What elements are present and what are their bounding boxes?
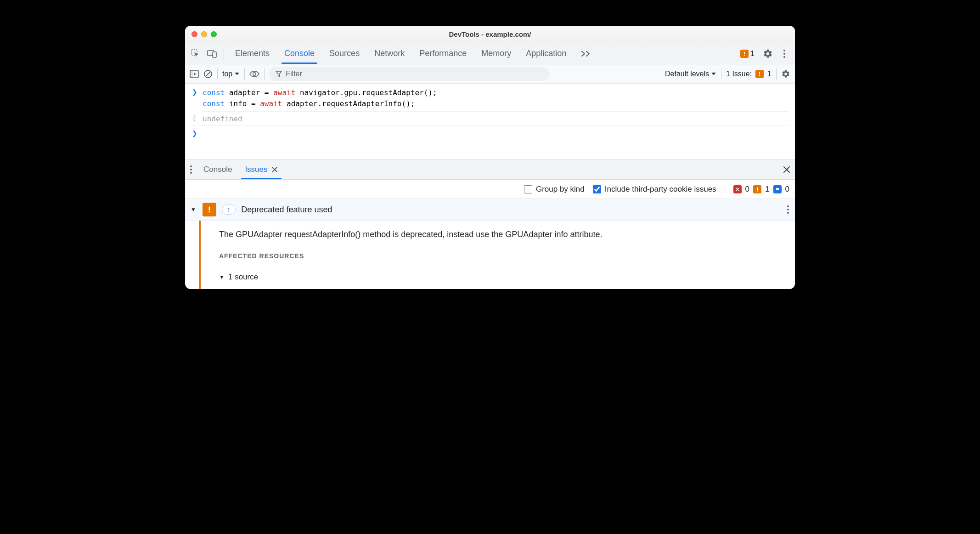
svg-point-12 [253,72,256,75]
filter-placeholder: Filter [286,70,302,78]
affected-resources-label: AFFECTED RESOURCES [219,252,602,260]
close-drawer-icon[interactable] [783,166,790,173]
warning-icon [753,185,761,193]
issues-link[interactable]: 1 Issue: 1 [726,70,772,78]
svg-point-16 [190,169,192,170]
info-icon [773,185,782,193]
window-title: DevTools - example.com/ [185,30,795,38]
include-third-party-label: Include third-party cookie issues [605,185,716,194]
issues-filter-bar: Group by kind Include third-party cookie… [185,180,795,199]
group-by-kind-checkbox[interactable]: Group by kind [524,185,585,194]
drawer-header: Console Issues [185,159,795,180]
warning-count: 1 [765,185,769,194]
tab-elements[interactable]: Elements [228,43,277,64]
console-filter-bar: top Filter Default levels 1 Issue: 1 [185,64,795,84]
issue-counts: 0 1 0 [733,185,789,194]
tab-console[interactable]: Console [277,43,322,64]
svg-point-6 [783,53,785,55]
device-toolbar-icon[interactable] [204,46,220,62]
chevron-down-icon [234,72,240,76]
expand-triangle-icon: ▼ [191,206,197,213]
svg-point-5 [783,50,785,51]
inspect-element-icon[interactable] [188,46,203,62]
tab-memory[interactable]: Memory [474,43,518,64]
console-result: undefined [203,114,242,125]
console-result-row: ⟨· undefined [191,114,789,125]
issue-header[interactable]: ▼ 1 Deprecated feature used [185,199,795,221]
close-tab-icon[interactable] [271,166,278,173]
svg-rect-3 [744,52,745,54]
svg-point-23 [787,205,789,207]
tab-application[interactable]: Application [518,43,574,64]
collapse-triangle-icon: ▼ [219,274,225,280]
svg-point-7 [783,56,785,58]
source-row-label: 1 source [228,273,258,282]
drawer-tab-console[interactable]: Console [197,160,238,179]
svg-rect-19 [757,190,758,191]
console-body[interactable]: ❯ const adapter = await navigator.gpu.re… [185,84,795,159]
svg-rect-21 [209,207,210,210]
svg-rect-2 [213,52,216,57]
svg-rect-22 [209,211,210,213]
error-icon [733,185,742,193]
levels-label: Default levels [665,70,709,78]
svg-point-17 [190,172,192,174]
sidebar-toggle-icon[interactable] [190,70,199,78]
svg-rect-18 [757,187,758,190]
chevron-down-icon [711,72,716,76]
issue-message: The GPUAdapter requestAdapterInfo() meth… [219,230,602,239]
svg-rect-13 [759,72,760,74]
live-expression-icon[interactable] [249,70,259,78]
tab-overflow-icon[interactable] [574,43,599,64]
svg-line-11 [206,72,210,76]
issues-count-num: 1 [767,70,772,78]
console-input-row: ❯ const adapter = await navigator.gpu.re… [191,87,789,109]
execution-context-picker[interactable]: top [222,70,240,78]
error-count: 0 [745,185,749,194]
svg-point-15 [190,165,192,167]
issue-title: Deprecated feature used [241,205,332,215]
filter-icon [276,71,282,77]
devtools-window: DevTools - example.com/ Elements Console… [185,26,795,289]
issues-label: 1 Issue: [726,70,752,78]
main-toolbar: Elements Console Sources Network Perform… [185,43,795,64]
main-tabs: Elements Console Sources Network Perform… [228,43,599,64]
drawer-tabs: Console Issues [197,160,284,179]
toolbar-issue-indicator[interactable]: 1 [740,50,755,58]
filter-input[interactable]: Filter [269,67,549,81]
kebab-menu-icon[interactable] [777,46,792,62]
console-code: const adapter = await navigator.gpu.requ… [203,87,437,109]
titlebar: DevTools - example.com/ [185,26,795,43]
drawer-kebab-icon[interactable] [190,165,192,174]
svg-rect-20 [776,188,779,190]
log-levels-picker[interactable]: Default levels [665,70,716,78]
group-by-kind-label: Group by kind [536,185,585,194]
svg-rect-9 [190,70,193,78]
prompt-icon: ❯ [191,129,198,138]
info-count: 0 [785,185,789,194]
warning-icon [755,70,764,78]
include-third-party-checkbox[interactable]: Include third-party cookie issues [593,185,716,194]
drawer-tab-issues-label: Issues [245,165,267,174]
prompt-icon: ❯ [191,87,198,97]
source-row[interactable]: ▼ 1 source [219,273,602,282]
tab-performance[interactable]: Performance [412,43,474,64]
tab-network[interactable]: Network [367,43,412,64]
svg-point-24 [787,209,789,210]
tab-sources[interactable]: Sources [322,43,367,64]
console-prompt-row[interactable]: ❯ [191,127,789,157]
issue-count-pill: 1 [222,205,236,215]
settings-icon[interactable] [760,46,776,62]
issue-body: The GPUAdapter requestAdapterInfo() meth… [185,221,795,289]
clear-console-icon[interactable] [203,69,213,79]
drawer-tab-issues[interactable]: Issues [238,160,284,179]
result-icon: ⟨· [191,114,198,123]
warning-icon [203,203,216,216]
svg-rect-14 [759,75,760,76]
console-settings-icon[interactable] [781,69,790,79]
context-label: top [222,70,232,78]
svg-point-25 [787,212,789,214]
issue-kebab-icon[interactable] [787,205,789,214]
warning-icon [740,50,749,58]
svg-rect-4 [744,55,745,56]
